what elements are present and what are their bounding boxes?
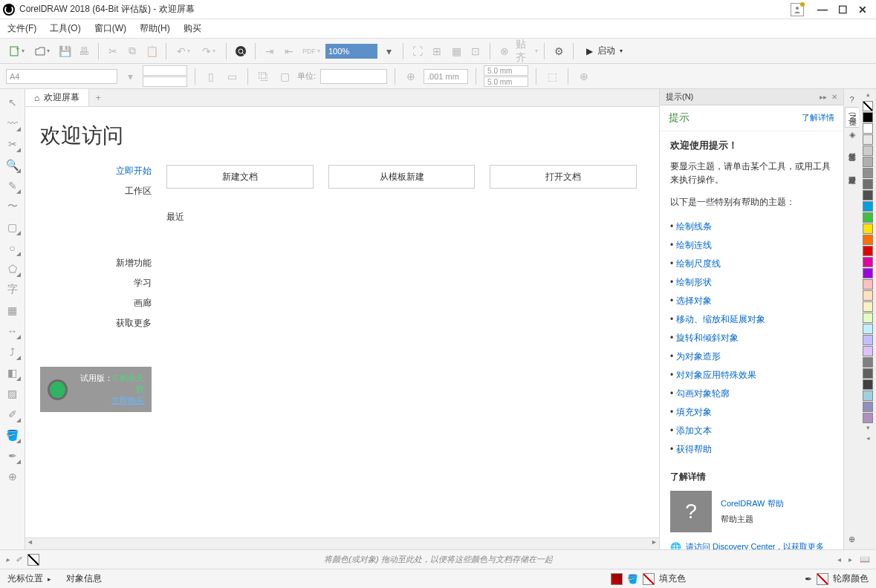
nudge-distance[interactable] [424, 69, 468, 84]
color-swatch[interactable] [863, 268, 873, 278]
launch-button[interactable]: ▶ 启动 ▾ [580, 42, 629, 60]
hint-topic-link[interactable]: 选择对象 [670, 292, 833, 310]
copy-button[interactable]: ⧉ [124, 43, 140, 59]
eyedropper-tool[interactable]: ✐ [4, 405, 22, 423]
add-docker-button[interactable]: ⊕ [846, 533, 858, 545]
color-swatch[interactable] [863, 168, 873, 178]
color-swatch[interactable] [863, 402, 873, 412]
doc-palette-right[interactable]: ▸ [849, 555, 852, 564]
menu-buy[interactable]: 购买 [184, 22, 201, 35]
nav-workspace[interactable]: 工作区 [40, 185, 152, 197]
tab-obj-mgr[interactable]: 对象管理器 [846, 166, 859, 175]
doc-palette-book-icon[interactable]: 📖 [860, 555, 870, 564]
color-swatch[interactable] [863, 134, 873, 145]
swatch-none[interactable] [863, 101, 873, 111]
hint-topic-link[interactable]: 为对象造形 [670, 347, 833, 366]
pin-icon[interactable]: ? [846, 94, 858, 105]
palette-up[interactable]: ▴ [866, 91, 870, 101]
hint-topic-link[interactable]: 勾画对象轮廓 [670, 385, 833, 403]
undo-button[interactable]: ↶ [172, 43, 195, 59]
hint-topic-link[interactable]: 对对象应用特殊效果 [670, 366, 833, 385]
freehand-tool[interactable]: ✎ [4, 177, 22, 195]
hint-topic-link[interactable]: 添加文本 [670, 422, 833, 440]
color-swatch[interactable] [863, 112, 873, 122]
print-button[interactable]: 🖶 [76, 43, 92, 59]
color-swatch[interactable] [863, 335, 873, 345]
pick-tool[interactable]: ↖ [4, 94, 22, 111]
duplicate-distance[interactable] [484, 65, 528, 87]
zoom-level[interactable]: 100% [325, 44, 377, 59]
from-template-button[interactable]: 从模板新建 [328, 165, 476, 189]
close-button[interactable]: ✕ [858, 4, 867, 16]
grid-button[interactable]: ▦ [448, 43, 464, 59]
shape-tool[interactable]: 〰 [4, 114, 22, 132]
connector-tool[interactable]: ⤴ [4, 343, 22, 361]
drop-shadow-tool[interactable]: ◧ [4, 364, 22, 382]
open-button[interactable] [31, 43, 53, 59]
menu-help[interactable]: 帮助(H) [140, 22, 170, 35]
open-document-button[interactable]: 打开文档 [490, 165, 637, 189]
minimize-button[interactable]: — [817, 4, 828, 16]
color-swatch[interactable] [863, 235, 873, 245]
doc-palette-left[interactable]: ◂ [837, 555, 841, 564]
nav-get-more[interactable]: 获取更多 [40, 317, 152, 330]
fullscreen-button[interactable]: ⛶ [409, 43, 426, 59]
color-swatch[interactable] [863, 391, 873, 401]
hint-topic-link[interactable]: 绘制尺度线 [670, 255, 833, 273]
color-swatch[interactable] [863, 157, 873, 167]
obj-mgr-icon[interactable]: ≣ [846, 153, 858, 165]
color-swatch[interactable] [863, 201, 873, 212]
hint-topic-link[interactable]: 绘制线条 [670, 218, 833, 236]
add-button[interactable]: ⊕ [576, 68, 592, 85]
nav-learn[interactable]: 学习 [40, 277, 152, 290]
menu-window[interactable]: 窗口(W) [94, 22, 126, 35]
landscape-button[interactable]: ▭ [224, 68, 240, 85]
learn-more-link[interactable]: 了解详情 [802, 113, 834, 122]
page-dims[interactable] [143, 65, 187, 87]
hint-topic-link[interactable]: 旋转和倾斜对象 [670, 329, 833, 347]
hint-topic-link[interactable]: 绘制形状 [670, 273, 833, 292]
current-page-button[interactable]: ▢ [276, 68, 293, 85]
rectangle-tool[interactable]: ▢ [4, 218, 22, 236]
color-swatch[interactable] [863, 279, 873, 290]
coreldraw-help-link[interactable]: CorelDRAW 帮助 [721, 498, 784, 509]
all-pages-button[interactable]: ⿻ [256, 68, 272, 85]
polygon-tool[interactable]: ⬠ [4, 260, 22, 278]
color-swatch[interactable] [863, 313, 873, 323]
color-swatch[interactable] [863, 179, 873, 189]
ellipse-tool[interactable]: ○ [4, 239, 22, 257]
hint-topic-link[interactable]: 绘制连线 [670, 236, 833, 255]
fill-indicator[interactable]: 🪣 填充色 [611, 572, 686, 585]
outline-tool[interactable]: ✒ [4, 447, 22, 465]
text-tool[interactable]: 字 [4, 281, 22, 298]
crop-tool[interactable]: ✂ [4, 135, 22, 153]
color-swatch[interactable] [863, 212, 873, 223]
docker-close[interactable]: ✕ [831, 93, 837, 101]
portrait-button[interactable]: ▯ [203, 68, 219, 85]
welcome-tab[interactable]: ⌂ 欢迎屏幕 [25, 89, 89, 106]
buy-now-link[interactable]: 立即购买 [75, 395, 144, 406]
color-swatch[interactable] [863, 290, 873, 301]
palette-flyout[interactable]: ◂ [866, 434, 870, 445]
color-swatch[interactable] [863, 223, 873, 234]
nav-new-features[interactable]: 新增功能 [40, 257, 152, 270]
color-swatch[interactable] [863, 190, 873, 200]
docker-collapse[interactable]: ▸▸ [820, 93, 827, 101]
table-tool[interactable]: ▦ [4, 301, 22, 319]
maximize-button[interactable]: ☐ [838, 4, 848, 16]
rulers-button[interactable]: ⊞ [429, 43, 445, 59]
color-swatch[interactable] [863, 379, 873, 390]
paste-button[interactable]: 📋 [143, 43, 160, 59]
nav-start[interactable]: 立即开始 [40, 165, 152, 177]
color-swatch[interactable] [863, 357, 873, 368]
export-button[interactable]: ⇤ [281, 43, 297, 59]
doc-swatch-none[interactable] [27, 554, 39, 566]
snap-off-button[interactable]: ⊗ [496, 43, 513, 59]
hints-tab-label[interactable]: 提示(N) [666, 91, 693, 102]
zoom-dropdown[interactable]: ▾ [380, 43, 397, 59]
palette-menu[interactable]: ▸ [6, 555, 10, 564]
horizontal-scrollbar[interactable] [25, 538, 659, 549]
import-button[interactable]: ⇥ [262, 43, 278, 59]
color-swatch[interactable] [863, 123, 873, 134]
page-size-select[interactable] [6, 69, 117, 84]
